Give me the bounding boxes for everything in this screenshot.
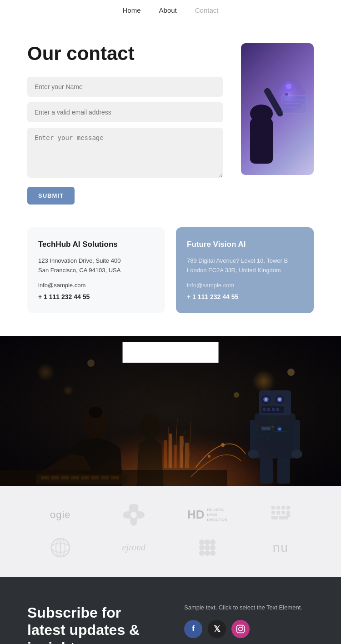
svg-rect-65 bbox=[261, 427, 271, 430]
banner-nav: Home About Contact bbox=[123, 342, 219, 363]
card-futurevision: Future Vision AI 789 Digital Avenue? Lev… bbox=[176, 227, 314, 313]
logo-ejrond-text: ejrond bbox=[122, 542, 145, 553]
logo-ogie-text: ogie bbox=[50, 509, 71, 521]
svg-point-97 bbox=[199, 545, 205, 550]
banner-nav-contact[interactable]: Contact bbox=[195, 349, 219, 356]
banner-nav-home[interactable]: Home bbox=[123, 349, 141, 356]
svg-rect-59 bbox=[250, 420, 256, 452]
svg-rect-40 bbox=[164, 440, 167, 468]
svg-point-52 bbox=[278, 398, 281, 401]
contact-section: Our contact SUBMIT bbox=[0, 20, 341, 227]
nav-home[interactable]: Home bbox=[123, 6, 141, 14]
card-futurevision-address: 789 Digital Avenue? Level 10, Tower B Lo… bbox=[187, 256, 303, 275]
svg-rect-81 bbox=[271, 511, 275, 514]
svg-point-104 bbox=[239, 627, 242, 631]
nav-about[interactable]: About bbox=[159, 6, 177, 14]
address-cards-section: TechHub AI Solutions 123 Innovation Driv… bbox=[0, 227, 341, 336]
subscribe-left: Subscribe for latest updates & insights … bbox=[27, 604, 157, 644]
logo-nu: nu bbox=[273, 540, 289, 555]
svg-point-100 bbox=[199, 550, 205, 556]
svg-point-16 bbox=[287, 369, 295, 376]
contact-image-area bbox=[241, 43, 314, 175]
svg-point-25 bbox=[140, 414, 160, 439]
svg-rect-7 bbox=[282, 95, 307, 114]
card-techhub-email: info@sample.com bbox=[38, 282, 154, 289]
svg-point-2 bbox=[250, 105, 273, 123]
subscribe-section: Subscribe for latest updates & insights … bbox=[0, 577, 341, 644]
svg-rect-80 bbox=[276, 506, 280, 509]
logo-flower-icon bbox=[123, 504, 145, 526]
svg-point-23 bbox=[89, 407, 102, 418]
svg-point-78 bbox=[130, 512, 137, 518]
svg-point-96 bbox=[210, 539, 216, 545]
svg-rect-103 bbox=[237, 625, 245, 633]
message-input[interactable] bbox=[27, 128, 223, 178]
banner-nav-about[interactable]: About bbox=[159, 349, 177, 356]
submit-button[interactable]: SUBMIT bbox=[27, 187, 75, 205]
subscribe-sample-text: Sample text. Click to select the Text El… bbox=[184, 604, 314, 611]
svg-point-71 bbox=[208, 455, 211, 458]
logos-section: ogie HD HOLISTICLIFESDIRECTION bbox=[0, 486, 341, 577]
svg-rect-79 bbox=[271, 506, 275, 509]
svg-rect-33 bbox=[91, 476, 99, 479]
svg-point-19 bbox=[63, 385, 74, 396]
card-techhub: TechHub AI Solutions 123 Innovation Driv… bbox=[27, 227, 165, 313]
svg-rect-89 bbox=[281, 516, 288, 519]
logo-ogie: ogie bbox=[50, 509, 71, 521]
subscribe-inner: Subscribe for latest updates & insights … bbox=[27, 604, 314, 644]
banner-section: Home About Contact bbox=[0, 336, 341, 486]
svg-point-49 bbox=[265, 398, 267, 401]
svg-rect-29 bbox=[51, 476, 59, 479]
svg-rect-35 bbox=[111, 476, 119, 479]
social-icons: f 𝕏 bbox=[184, 620, 314, 638]
instagram-icon[interactable] bbox=[231, 620, 250, 638]
svg-rect-54 bbox=[263, 408, 266, 411]
logo-nu-text: nu bbox=[273, 540, 289, 555]
logo-circle-lines-icon bbox=[50, 537, 71, 559]
svg-rect-58 bbox=[267, 415, 278, 424]
logos-grid: ogie HD HOLISTICLIFESDIRECTION bbox=[27, 504, 314, 559]
svg-rect-56 bbox=[272, 408, 275, 411]
svg-rect-68 bbox=[260, 459, 273, 484]
svg-point-20 bbox=[87, 359, 95, 367]
svg-rect-1 bbox=[250, 118, 273, 164]
svg-point-95 bbox=[205, 539, 210, 545]
svg-rect-55 bbox=[267, 408, 270, 411]
svg-point-102 bbox=[210, 550, 216, 556]
x-twitter-icon[interactable]: 𝕏 bbox=[208, 620, 226, 638]
card-futurevision-phone: + 1 111 232 44 55 bbox=[187, 293, 303, 300]
svg-point-70 bbox=[221, 443, 225, 447]
svg-rect-31 bbox=[71, 476, 79, 479]
logo-ejrond: ejrond bbox=[122, 542, 145, 553]
svg-point-105 bbox=[242, 626, 243, 628]
svg-point-99 bbox=[210, 545, 216, 550]
svg-rect-30 bbox=[61, 476, 69, 479]
svg-rect-60 bbox=[294, 420, 300, 452]
svg-rect-69 bbox=[277, 459, 290, 484]
svg-point-67 bbox=[278, 428, 281, 430]
facebook-icon[interactable]: f bbox=[184, 620, 202, 638]
logo-brighto-icon bbox=[270, 504, 291, 526]
email-input[interactable] bbox=[27, 102, 223, 122]
subscribe-title: Subscribe for latest updates & insights bbox=[27, 604, 157, 644]
svg-rect-83 bbox=[281, 506, 285, 509]
logo-hd: HD HOLISTICLIFESDIRECTION bbox=[187, 507, 227, 523]
svg-point-13 bbox=[252, 370, 275, 393]
main-nav: Home About Contact bbox=[0, 0, 341, 20]
svg-rect-43 bbox=[180, 436, 183, 468]
svg-point-61 bbox=[248, 449, 259, 459]
svg-rect-44 bbox=[185, 443, 189, 468]
card-techhub-phone: + 1 111 232 44 55 bbox=[38, 293, 154, 300]
contact-title: Our contact bbox=[27, 43, 223, 64]
nav-contact[interactable]: Contact bbox=[195, 6, 219, 14]
subscribe-right: Sample text. Click to select the Text El… bbox=[184, 604, 314, 644]
logo-dots bbox=[196, 537, 218, 559]
banner-content: Home About Contact bbox=[0, 336, 341, 486]
logo-flower bbox=[123, 504, 145, 526]
svg-rect-87 bbox=[271, 516, 278, 519]
svg-rect-34 bbox=[101, 476, 109, 479]
instagram-svg bbox=[236, 624, 245, 634]
svg-rect-28 bbox=[41, 476, 49, 479]
name-input[interactable] bbox=[27, 77, 223, 97]
svg-rect-85 bbox=[286, 506, 290, 509]
